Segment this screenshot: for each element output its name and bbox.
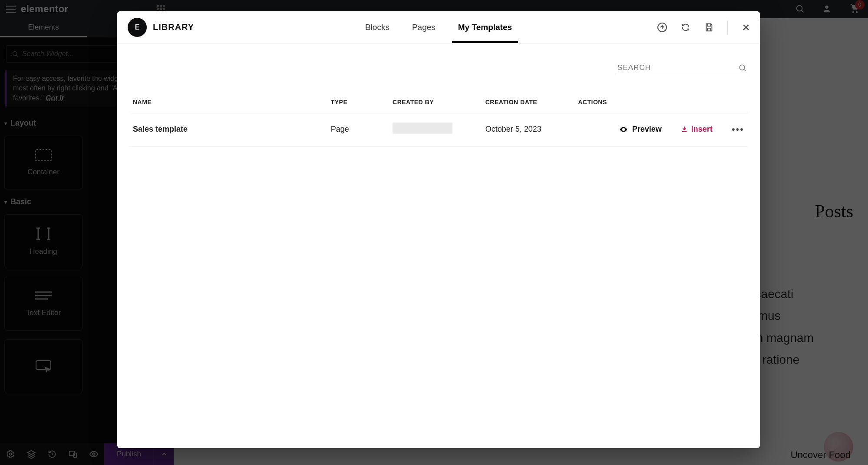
table-header-row: NAME TYPE CREATED BY CREATION DATE ACTIO…	[129, 93, 748, 112]
cell-creation-date: October 5, 2023	[482, 112, 575, 147]
svg-line-20	[744, 70, 746, 71]
table-row: Sales template Page October 5, 2023 Prev…	[129, 112, 748, 147]
library-modal: E LIBRARY Blocks Pages My Templates	[117, 11, 760, 448]
col-name: NAME	[129, 93, 327, 112]
search-icon	[738, 63, 747, 72]
upload-template-button[interactable]	[657, 22, 667, 33]
tab-pages[interactable]: Pages	[412, 11, 436, 43]
library-title: LIBRARY	[153, 22, 194, 32]
preview-template-button[interactable]: Preview	[619, 125, 662, 134]
close-icon	[742, 23, 750, 32]
cell-type: Page	[327, 112, 389, 147]
more-icon: •••	[732, 124, 744, 135]
svg-point-21	[623, 129, 624, 130]
close-modal-button[interactable]	[741, 22, 751, 33]
library-search-input[interactable]	[617, 63, 738, 72]
col-created-by: CREATED BY	[389, 93, 482, 112]
sync-icon	[681, 23, 690, 32]
library-logo-badge: E	[128, 18, 147, 37]
header-divider	[727, 20, 728, 34]
col-creation-date: CREATION DATE	[482, 93, 575, 112]
col-actions: ACTIONS	[574, 93, 748, 112]
col-type: TYPE	[327, 93, 389, 112]
row-more-button[interactable]: •••	[732, 124, 744, 135]
save-template-button[interactable]	[704, 22, 714, 33]
templates-table: NAME TYPE CREATED BY CREATION DATE ACTIO…	[129, 93, 748, 147]
library-tabs: Blocks Pages My Templates	[365, 11, 512, 43]
upload-icon	[657, 22, 667, 33]
library-search[interactable]	[617, 61, 748, 75]
sync-library-button[interactable]	[680, 22, 691, 33]
cell-actions: Preview Insert •••	[574, 112, 748, 147]
cell-name: Sales template	[129, 112, 327, 147]
save-icon	[704, 23, 714, 32]
tab-my-templates[interactable]: My Templates	[458, 11, 512, 43]
library-header: E LIBRARY Blocks Pages My Templates	[117, 11, 760, 43]
download-icon	[681, 126, 688, 133]
insert-template-button[interactable]: Insert	[681, 125, 713, 134]
eye-icon	[619, 125, 628, 134]
cell-created-by	[389, 112, 482, 147]
redacted-author	[393, 123, 452, 134]
svg-point-19	[739, 65, 745, 70]
tab-blocks[interactable]: Blocks	[365, 11, 389, 43]
